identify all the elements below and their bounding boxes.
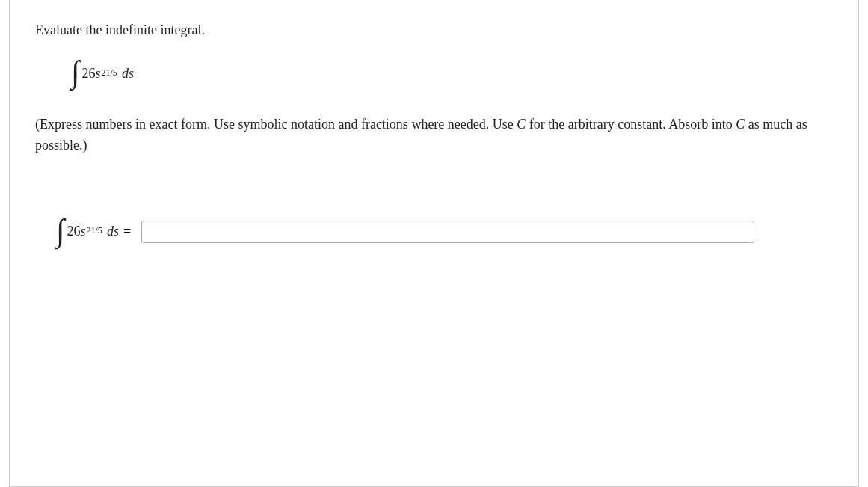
instructions-part-1: (Express numbers in exact form. Use symb… bbox=[35, 117, 517, 132]
answer-input[interactable] bbox=[141, 221, 754, 243]
coefficient: 26 bbox=[82, 66, 96, 82]
differential: ds bbox=[107, 224, 119, 239]
answer-integral-expression: ∫ 26s21/5 ds bbox=[56, 216, 119, 248]
exponent: 21/5 bbox=[87, 225, 102, 236]
answer-row: ∫ 26s21/5 ds = bbox=[56, 216, 833, 248]
variable: s bbox=[81, 224, 86, 239]
constant-c-1: C bbox=[517, 117, 526, 132]
constant-c-2: C bbox=[736, 117, 745, 132]
integrand: 26s21/5 ds bbox=[67, 224, 119, 239]
instructions-text: (Express numbers in exact form. Use symb… bbox=[35, 114, 833, 156]
integral-sign-icon: ∫ bbox=[71, 56, 80, 88]
exponent: 21/5 bbox=[102, 67, 117, 79]
instructions-part-2: for the arbitrary constant. Absorb into bbox=[526, 117, 736, 132]
equals-sign: = bbox=[123, 224, 131, 239]
variable: s bbox=[96, 66, 101, 82]
integrand: 26s21/5 ds bbox=[82, 66, 134, 82]
differential: ds bbox=[122, 66, 134, 82]
integral-sign-icon: ∫ bbox=[56, 215, 65, 246]
coefficient: 26 bbox=[67, 224, 81, 239]
question-panel: Evaluate the indefinite integral. ∫ 26s2… bbox=[9, 0, 859, 487]
integral-expression: ∫ 26s21/5 ds bbox=[71, 58, 833, 89]
question-prompt: Evaluate the indefinite integral. bbox=[35, 21, 833, 40]
